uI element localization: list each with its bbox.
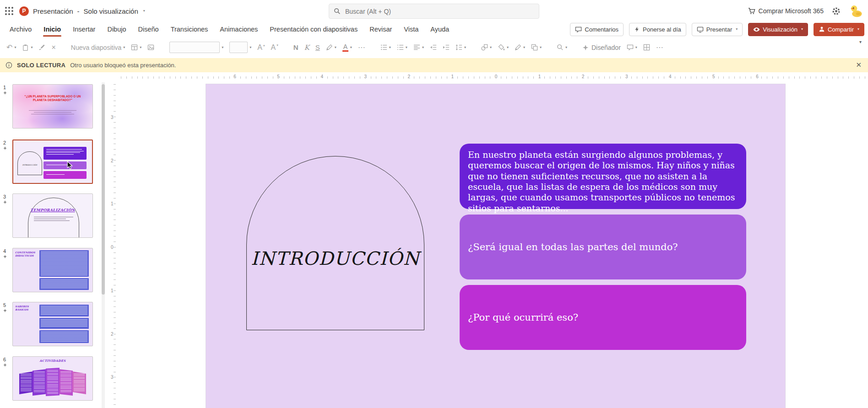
align-button[interactable]: ▾ [413,44,424,51]
slide-box-1[interactable]: En nuestro planeta están surgiendo algun… [460,144,746,209]
tab-presentación-con-diapositivas[interactable]: Presentación con diapositivas [264,22,363,36]
catch-up-button[interactable]: Ponerse al día [629,23,686,36]
bullets-button[interactable]: ▾ [380,44,391,51]
insert-image-button[interactable] [147,44,154,51]
slide-box-3[interactable]: ¿Por qué ocurrirá eso? [460,285,746,350]
app-launcher-icon[interactable] [5,6,14,16]
undo-button[interactable]: ↶▾ [6,44,16,51]
font-color-button[interactable]: A▾ [342,43,352,52]
chevron-down-icon[interactable]: ▾ [857,27,859,31]
tab-diseño[interactable]: Diseño [132,22,165,36]
tab-ayuda[interactable]: Ayuda [424,22,455,36]
format-painter-button[interactable] [38,44,45,51]
shapes-button[interactable]: ▾ [481,44,492,51]
tab-transiciones[interactable]: Transiciones [165,22,214,36]
designer-button[interactable]: Diseñador [582,44,621,51]
document-name: Presentación [33,7,73,15]
v-ruler-number: 3 [111,114,114,121]
tab-revisar[interactable]: Revisar [363,22,398,36]
fill-bucket-icon [498,44,505,51]
view-mode-label[interactable]: Solo visualización [84,7,138,15]
slide-thumbnail-6[interactable]: ACTIVIDADES [12,356,93,401]
chevron-down-icon[interactable]: ▾ [143,9,145,13]
comment-toolbar-button[interactable]: ▾ [627,44,637,51]
font-size-select[interactable]: ▾ [229,42,251,53]
transition-star-icon [3,255,7,258]
collapse-ribbon-button[interactable]: ▾ [859,39,862,44]
tab-insertar[interactable]: Insertar [67,22,101,36]
slide-box-3-text: ¿Por qué ocurrirá eso? [468,312,578,323]
paste-button[interactable]: ▾ [22,44,33,51]
indent-button[interactable] [443,44,450,51]
shape-outline-button[interactable]: ▾ [515,44,525,51]
comments-button[interactable]: Comentarios [570,23,624,36]
search-box[interactable] [329,4,539,19]
slide-thumbnail-3[interactable]: TEMPORALIZACIÓN [12,193,93,238]
tab-dibujo[interactable]: Dibujo [101,22,132,36]
slide-number: 5 [3,302,6,308]
thumb4-title: CONTENIDOS DIDÁCTICOS [15,251,38,258]
bold-button[interactable]: N [293,43,298,51]
tab-vista[interactable]: Vista [398,22,424,36]
slide-thumbnail-5[interactable]: SABERES BÁSICOS [12,302,93,346]
tab-inicio[interactable]: Inicio [38,22,67,36]
h-ruler-number: 6 [232,74,238,79]
arch-shape[interactable]: INTRODUCCIÓN [246,156,424,330]
find-button[interactable]: ▾ [557,44,567,51]
comment-bubble-icon [627,44,634,51]
slide-number: 2 [3,140,6,145]
thumb5-title: SABERES BÁSICOS [15,305,38,311]
new-slide-button[interactable]: Nueva diapositiva▾ [71,44,125,51]
tab-animaciones[interactable]: Animaciones [214,22,264,36]
chevron-down-icon[interactable]: ▾ [801,27,803,31]
document-title-area: P Presentación - Solo visualización ▾ [19,0,145,22]
slide-thumbnail-2-selected[interactable]: INTRODUCCIÓN [12,140,93,184]
magnifier-icon [557,44,564,51]
panel-scrollbar-thumb[interactable] [102,84,105,295]
highlighter-icon [326,44,333,51]
underline-button[interactable]: S [315,43,320,51]
slide-canvas[interactable]: INTRODUCCIÓN En nuestro planeta están su… [206,84,785,408]
slide-box-2[interactable]: ¿Será igual en todas las partes del mund… [460,215,746,279]
v-ruler-number: 1 [111,200,114,207]
text-highlight-button[interactable]: ▾ [326,44,336,51]
grow-font-button[interactable]: A▴ [257,44,265,51]
slide-thumbnail-4[interactable]: CONTENIDOS DIDÁCTICOS [12,248,93,292]
shrink-font-button[interactable]: A▾ [271,44,278,51]
slide-thumbnail-1[interactable]: “¿UN PLANETA SUPERPOBLADO O UN PLANETA D… [12,84,93,129]
buy-microsoft-365-button[interactable]: Comprar Microsoft 365 [748,7,824,15]
line-spacing-icon [456,44,462,51]
font-name-select[interactable]: ▾ [169,42,223,53]
italic-button[interactable]: K [304,43,309,52]
view-mode-label: Visualización [763,26,797,33]
tab-archivo[interactable]: Archivo [4,22,38,36]
v-ruler-number: 2 [111,330,114,337]
present-button[interactable]: Presentar ▾ [692,23,743,36]
search-input[interactable] [344,7,534,16]
settings-gear-icon[interactable] [832,7,841,16]
h-ruler-number: 2 [580,74,586,79]
outdent-button[interactable] [430,44,437,51]
chevron-down-icon[interactable]: ▾ [736,27,738,31]
more-commands-button[interactable]: ⋯ [656,44,663,51]
catch-up-icon [634,26,640,32]
slide-number: 1 [3,85,6,90]
h-ruler-number: 1 [537,74,542,79]
view-mode-button[interactable]: Visualización ▾ [748,23,808,36]
numbering-button[interactable]: ▾ [397,44,407,51]
slide-layout-button[interactable]: ▾ [131,44,141,51]
transition-star-icon [3,363,7,367]
share-button[interactable]: Compartir ▾ [814,23,864,36]
line-spacing-button[interactable]: ▾ [456,44,466,51]
close-icon[interactable]: ✕ [856,61,862,69]
share-label: Compartir [828,26,854,33]
cut-button[interactable]: × [51,44,55,51]
transition-star-icon [3,91,7,95]
account-avatar[interactable] [849,3,864,19]
more-font-options-button[interactable]: ⋯ [358,44,365,51]
table-button[interactable] [643,44,650,51]
arrange-button[interactable]: ▾ [531,44,542,51]
shape-fill-button[interactable]: ▾ [498,44,509,51]
h-ruler-number: 4 [667,74,673,79]
transition-star-icon [3,309,7,312]
